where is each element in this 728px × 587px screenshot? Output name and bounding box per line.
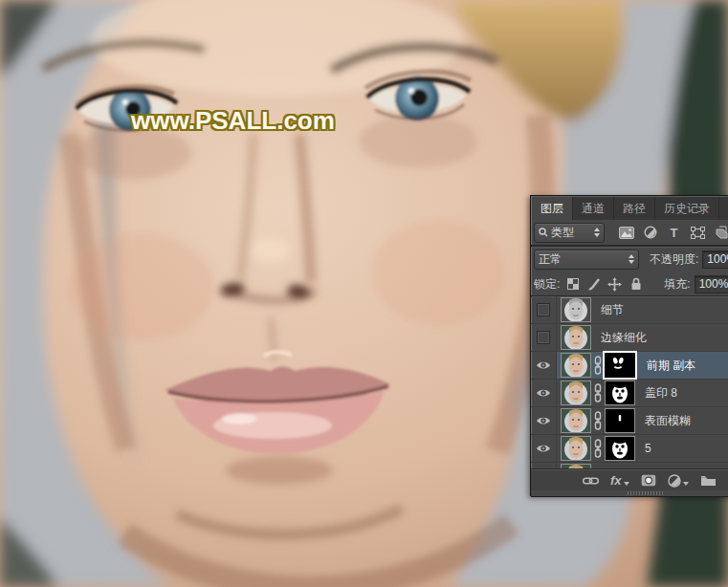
layer-list: 细节 边缘细化 前期 副本 (531, 295, 728, 469)
blend-mode-value: 正常 (539, 251, 562, 268)
fx-icon: fx (610, 473, 622, 488)
blend-row: 正常 不透明度: 100% (531, 248, 728, 271)
hidden-eye-well (537, 303, 550, 316)
blend-mode-dropdown[interactable]: 正常 (534, 250, 639, 270)
lock-image-pixels-icon[interactable] (586, 277, 601, 292)
tab-actions[interactable]: 动作 (719, 197, 728, 220)
layer-thumbnail[interactable] (561, 325, 591, 350)
panel-footer: fx (531, 468, 728, 491)
lock-row: 锁定: 填充: 100% (531, 273, 728, 294)
eye-icon (536, 387, 551, 399)
chevron-down-icon (683, 482, 689, 486)
add-layer-mask-button[interactable] (635, 469, 662, 491)
opacity-value-field[interactable]: 100% (702, 250, 728, 269)
layer-mask-thumbnail[interactable] (603, 351, 637, 380)
visibility-toggle[interactable] (531, 407, 557, 434)
layers-panel: 图层 通道 路径 历史记录 动作 类型 (530, 195, 728, 496)
opacity-label: 不透明度: (650, 251, 698, 268)
type-layer-filter-icon[interactable]: T (666, 225, 682, 240)
layer-styles-button[interactable]: fx (605, 469, 635, 491)
link-layers-button[interactable] (577, 469, 605, 491)
fill-label: 填充: (664, 276, 690, 293)
filter-kind-label: 类型 (551, 225, 591, 241)
mask-link-icon[interactable] (593, 356, 603, 375)
screenshot-stage: www.PSALL.com (0, 0, 728, 587)
visibility-toggle[interactable] (531, 324, 557, 351)
hidden-eye-well (537, 331, 550, 344)
eye-icon (536, 359, 551, 371)
layer-row-xijie[interactable]: 细节 (531, 296, 728, 324)
smart-object-filter-icon[interactable] (714, 225, 728, 240)
visibility-toggle[interactable] (531, 435, 557, 462)
layer-mask-thumbnail[interactable] (605, 380, 635, 405)
mask-link-icon[interactable] (593, 383, 603, 402)
mask-link-icon[interactable] (593, 439, 603, 458)
eye-icon (536, 443, 551, 454)
mask-link-icon[interactable] (593, 411, 603, 430)
chevron-down-icon (624, 482, 629, 486)
lock-all-icon[interactable] (629, 277, 643, 292)
layer-row-bianyuanxihua[interactable]: 边缘细化 (531, 324, 728, 352)
layer-row-qianqi-fuben[interactable]: 前期 副本 (531, 352, 728, 380)
tab-channels[interactable]: 通道 (573, 197, 614, 220)
layer-thumbnail[interactable] (561, 380, 591, 405)
layer-thumbnail[interactable] (561, 408, 591, 433)
new-layer-button[interactable] (722, 469, 728, 491)
updown-arrows-icon (629, 254, 634, 264)
shape-layer-filter-icon[interactable] (690, 225, 706, 240)
adjustment-layer-filter-icon[interactable] (642, 225, 658, 240)
layer-mask-thumbnail[interactable] (605, 436, 635, 461)
tab-layers[interactable]: 图层 (532, 197, 573, 220)
pixel-layer-filter-icon[interactable] (618, 225, 634, 240)
filter-type-icons: T (618, 225, 728, 240)
tab-history[interactable]: 历史记录 (655, 197, 719, 220)
visibility-toggle[interactable] (531, 352, 557, 379)
lock-label: 锁定: (534, 276, 560, 293)
tab-paths[interactable]: 路径 (614, 197, 655, 220)
eye-icon (536, 415, 551, 426)
layer-row-gaiyin-8[interactable]: 盖印 8 (531, 380, 728, 407)
new-group-button[interactable] (695, 469, 722, 491)
lock-buttons (565, 277, 643, 292)
search-icon (539, 228, 548, 237)
watermark: www.PSALL.com (131, 106, 335, 136)
visibility-toggle[interactable] (531, 296, 557, 323)
layer-mask-thumbnail[interactable] (605, 408, 635, 433)
lock-transparent-pixels-icon[interactable] (565, 277, 580, 292)
updown-arrows-icon (594, 228, 600, 237)
new-adjustment-layer-button[interactable] (662, 469, 695, 491)
separator (531, 245, 728, 247)
layer-thumbnail[interactable] (561, 297, 591, 322)
fill-value-field[interactable]: 100% (695, 275, 728, 294)
filter-kind-dropdown[interactable]: 类型 (534, 223, 605, 243)
layer-row-biaomianmohu[interactable]: 表面模糊 (531, 407, 728, 435)
layer-row-5[interactable]: 5 (531, 435, 728, 463)
lock-position-icon[interactable] (607, 277, 622, 292)
panel-tab-bar: 图层 通道 路径 历史记录 动作 (532, 197, 728, 220)
layer-thumbnail[interactable] (561, 436, 591, 461)
resize-grip-handle[interactable] (628, 491, 664, 495)
visibility-toggle[interactable] (531, 380, 557, 406)
panel-resize-strip (531, 490, 728, 497)
filter-row: 类型 T (531, 220, 728, 245)
layer-thumbnail[interactable] (561, 353, 591, 378)
